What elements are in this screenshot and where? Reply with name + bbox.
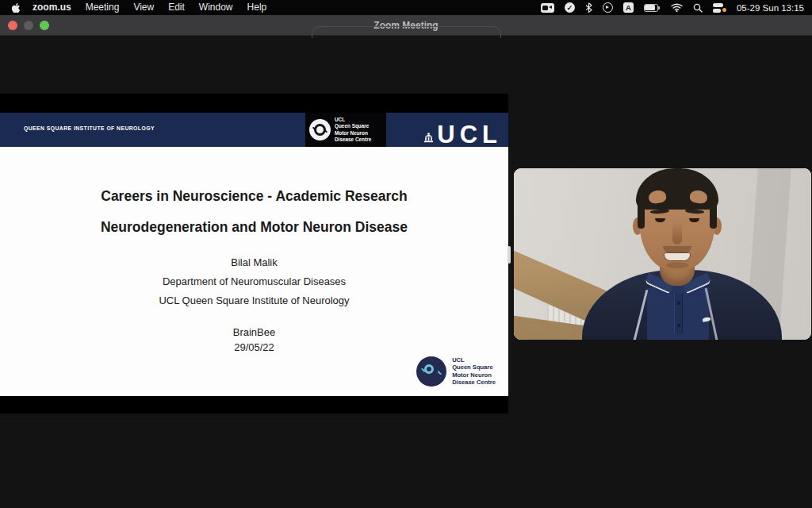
menu-bar-clock[interactable]: 05-29 Sun 13:15 (737, 3, 804, 13)
mnd-line-queen-square: Queen Square (335, 123, 371, 129)
macos-menu-bar: zoom.us Meeting View Edit Window Help ✓ … (0, 0, 812, 15)
slide-event: BrainBee (0, 326, 508, 338)
mnd-centre-logo-footer: UCL Queen Square Motor Neuron Disease Ce… (416, 356, 496, 387)
user-switch-icon[interactable] (713, 2, 726, 13)
person-nose (672, 222, 682, 244)
menu-edit[interactable]: Edit (161, 0, 192, 15)
spotlight-icon[interactable] (693, 2, 703, 13)
footer-line-motor-neuron: Motor Neuron (452, 371, 496, 379)
ucl-wordmark: UCL (423, 113, 502, 147)
menu-bar-status-area: ✓ A 05-29 Sun 13:15 (541, 2, 812, 13)
slide-body: Careers in Neuroscience - Academic Resea… (0, 147, 508, 396)
input-source-a-icon[interactable]: A (623, 2, 634, 13)
upper-lip-shadow (663, 246, 691, 252)
record-play-icon[interactable] (603, 2, 613, 13)
ucl-letters: UCL (437, 123, 502, 147)
person-hair (636, 168, 718, 210)
footer-line-queen-square: Queen Square (452, 364, 496, 371)
shared-screen-area: QUEEN SQUARE INSTITUTE OF NEUROLOGY UCL … (0, 94, 508, 414)
mnd-line-disease-centre: Disease Centre (335, 137, 371, 143)
slide-institute: UCL Queen Square Institute of Neurology (0, 294, 508, 306)
slide-presenter: Bilal Malik (0, 256, 508, 268)
slide-date: 29/05/22 (0, 341, 508, 353)
person-smile (664, 252, 691, 261)
bluetooth-icon[interactable] (585, 2, 592, 13)
mnd-centre-footer-text: UCL Queen Square Motor Neuron Disease Ce… (452, 356, 496, 387)
mnd-centre-logo-header: UCL Queen Square Motor Neuron Disease Ce… (305, 113, 386, 147)
chin-shadow (666, 262, 688, 268)
footer-line-ucl: UCL (452, 356, 496, 364)
sideburn-right (710, 202, 717, 229)
polo-placket (674, 294, 683, 333)
menu-help[interactable]: Help (240, 0, 274, 15)
mnd-centre-eye-icon-footer (416, 356, 446, 387)
slide-header-band: QUEEN SQUARE INSTITUTE OF NEUROLOGY UCL … (0, 113, 508, 147)
mnd-line-ucl: UCL (335, 117, 371, 123)
zoom-app-screen: zoom.us Meeting View Edit Window Help ✓ … (0, 0, 812, 508)
participant-video-tile[interactable] (514, 168, 811, 340)
zoom-video-icon[interactable] (541, 2, 554, 13)
ucl-portico-icon (423, 132, 434, 142)
panel-resize-handle[interactable] (508, 246, 511, 264)
slide-title-line2: Neurodegeneration and Motor Neuron Disea… (0, 219, 508, 236)
menu-meeting[interactable]: Meeting (79, 0, 127, 15)
footer-line-disease-centre: Disease Centre (452, 379, 496, 387)
floating-toolbar-outline (312, 26, 501, 38)
mnd-centre-logo-text: UCL Queen Square Motor Neuron Disease Ce… (335, 117, 371, 143)
slide-title-line1: Careers in Neuroscience - Academic Resea… (0, 188, 508, 205)
apple-menu-icon[interactable] (11, 2, 21, 13)
sideburn-left (638, 202, 645, 229)
menu-view[interactable]: View (126, 0, 161, 15)
battery-icon[interactable] (644, 4, 661, 12)
notification-dot (722, 8, 726, 12)
polo-button-bottom (677, 324, 680, 327)
polo-button-top (677, 302, 680, 305)
institute-banner-text: QUEEN SQUARE INSTITUTE OF NEUROLOGY (24, 125, 155, 131)
menu-zoom-us[interactable]: zoom.us (25, 0, 79, 15)
mnd-centre-eye-icon (309, 119, 331, 140)
menu-bar-left: zoom.us Meeting View Edit Window Help (0, 0, 274, 15)
slide-department: Department of Neuromuscular Diseases (0, 275, 508, 287)
menu-window[interactable]: Window (192, 0, 240, 15)
participant-person (514, 168, 811, 340)
mnd-line-motor-neuron: Motor Neuron (335, 130, 371, 137)
wifi-icon[interactable] (671, 2, 683, 13)
check-circle-icon[interactable]: ✓ (565, 2, 575, 13)
